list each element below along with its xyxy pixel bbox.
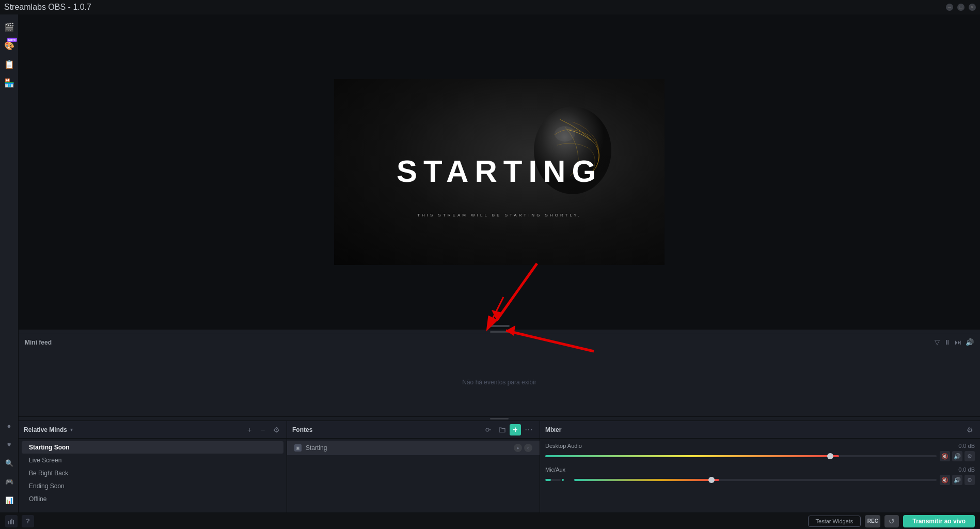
mixer-channel-mic: Mic/Aux 0.0 dB xyxy=(545,466,975,485)
desktop-fader-row: 🔇 🔊 ⚙ xyxy=(545,451,975,461)
sources-header: Fontes + xyxy=(287,421,540,439)
mic-fader-thumb[interactable] xyxy=(708,477,715,483)
source-item-starting[interactable]: ▣ Starting ● ○ xyxy=(287,441,540,455)
feed-volume-button[interactable]: 🔊 xyxy=(966,338,974,346)
scenes-settings-button[interactable]: ⚙ xyxy=(271,425,281,435)
desktop-audio-label: Desktop Audio xyxy=(545,443,582,449)
scene-item-live-screen[interactable]: Live Screen xyxy=(22,454,283,466)
status-left-controls: ? xyxy=(19,515,34,527)
scene-item-starting-soon[interactable]: Starting Soon xyxy=(22,441,283,454)
mic-activity-bar xyxy=(545,479,561,481)
scenes-add-button[interactable]: + xyxy=(244,425,255,435)
mixer-channel-desktop: Desktop Audio 0.0 dB 🔇 🔊 ⚙ xyxy=(545,443,975,461)
shop-icon: 🏪 xyxy=(4,78,14,88)
source-lock-button[interactable]: ○ xyxy=(524,444,532,452)
source-item-icon: ▣ xyxy=(294,444,302,452)
sidebar-item-profile[interactable]: ● xyxy=(1,417,18,434)
handle-line-2 xyxy=(490,418,509,419)
preview-resize-handle[interactable] xyxy=(489,325,510,327)
app-container: 🎬 🎨 Novo 📋 🏪 ● ♥ 🔍 🎮 📊 ? xyxy=(0,14,980,529)
scenes-dropdown-arrow[interactable]: ▾ xyxy=(70,427,73,432)
mini-feed-panel: Mini feed ▽ ⏸ ⏭ 🔊 Não há eventos para ex… xyxy=(19,334,980,416)
desktop-fader-thumb[interactable] xyxy=(827,453,833,459)
mic-fader-fill xyxy=(574,479,719,481)
scenes-header: Relative Minds ▾ + − ⚙ xyxy=(19,421,287,439)
mini-feed-content: Não há eventos para exibir xyxy=(19,348,980,416)
themes-icon: 🎨 xyxy=(4,41,14,51)
desktop-volume-button[interactable]: 🔊 xyxy=(952,451,962,461)
desktop-fader-fill xyxy=(545,455,839,457)
test-widgets-button[interactable]: Testar Widgets xyxy=(808,516,861,527)
search-icon: 🔍 xyxy=(5,459,13,467)
reset-button[interactable]: ↺ xyxy=(884,515,899,527)
go-live-button[interactable]: Transmitir ao vivo xyxy=(903,515,975,527)
desktop-settings-button[interactable]: ⚙ xyxy=(965,451,975,461)
sidebar-item-shop[interactable]: 🏪 xyxy=(1,74,18,91)
mic-fader-track[interactable] xyxy=(574,479,937,481)
sidebar-item-alerts[interactable]: ♥ xyxy=(1,436,18,453)
mini-feed-header: Mini feed ▽ ⏸ ⏭ 🔊 xyxy=(19,334,980,348)
mic-aux-db: 0.0 dB xyxy=(958,466,975,473)
desktop-mute-button[interactable]: 🔇 xyxy=(940,451,950,461)
sources-filter-button[interactable] xyxy=(483,424,494,435)
scenes-icon: 🎬 xyxy=(4,22,14,32)
copy-icon: 📋 xyxy=(4,59,14,69)
preview-starting-text: STARTING xyxy=(397,153,602,189)
brain-decoration xyxy=(516,88,619,212)
help-button[interactable]: ? xyxy=(22,515,34,527)
scene-item-ending-soon[interactable]: Ending Soon xyxy=(22,480,283,492)
sidebar-item-gamepad[interactable]: 🎮 xyxy=(1,473,18,490)
sidebar-item-themes[interactable]: 🎨 Novo xyxy=(1,37,18,54)
preview-subtitle-text: THIS STREAM WILL BE STARTING SHORTLY. xyxy=(417,213,581,217)
alerts-icon: ♥ xyxy=(7,441,11,448)
scenes-remove-button[interactable]: − xyxy=(258,425,268,435)
scenes-title-group: Relative Minds ▾ xyxy=(24,426,73,433)
novo-badge: Novo xyxy=(7,38,17,42)
mini-feed-controls: ▽ ⏸ ⏭ 🔊 xyxy=(935,338,974,346)
feed-filter-button[interactable]: ▽ xyxy=(935,338,940,346)
source-visibility-button[interactable]: ● xyxy=(514,444,522,452)
mic-volume-button[interactable]: 🔊 xyxy=(952,475,962,485)
profile-icon: ● xyxy=(7,422,11,430)
mini-feed-handle[interactable] xyxy=(19,330,980,334)
scenes-title: Relative Minds xyxy=(24,426,67,433)
record-button[interactable]: REC xyxy=(865,515,880,527)
source-item-label: Starting xyxy=(306,444,327,452)
status-right-controls: Testar Widgets REC ↺ Transmitir ao vivo xyxy=(808,515,975,527)
scene-item-offline[interactable]: Offline xyxy=(22,493,283,505)
mic-aux-header: Mic/Aux 0.0 dB xyxy=(545,466,975,473)
mic-settings-button[interactable]: ⚙ xyxy=(965,475,975,485)
mixer-title: Mixer xyxy=(545,426,561,433)
sidebar-item-scenes[interactable]: 🎬 xyxy=(1,19,18,35)
mic-mute-button[interactable]: 🔇 xyxy=(940,475,950,485)
desktop-audio-db: 0.0 dB xyxy=(958,443,975,449)
svg-point-2 xyxy=(486,428,489,431)
stats-icon: 📊 xyxy=(5,496,13,504)
sidebar: 🎬 🎨 Novo 📋 🏪 ● ♥ 🔍 🎮 📊 ? xyxy=(0,14,19,529)
no-events-message: Não há eventos para exibir xyxy=(462,379,536,386)
scenes-actions: + − ⚙ xyxy=(244,425,281,435)
feed-skip-button[interactable]: ⏭ xyxy=(955,338,961,346)
titlebar: Streamlabs OBS - 1.0.7 ─ □ ✕ xyxy=(0,0,980,14)
sources-actions: + ⋯ xyxy=(483,424,534,435)
sidebar-item-stats[interactable]: 📊 xyxy=(1,492,18,508)
sources-add-button[interactable]: + xyxy=(510,424,521,435)
sources-folder-button[interactable] xyxy=(496,424,508,435)
mic-aux-label: Mic/Aux xyxy=(545,466,565,473)
source-visibility-controls: ● ○ xyxy=(514,444,532,452)
feed-pause-button[interactable]: ⏸ xyxy=(944,338,951,346)
maximize-button[interactable]: □ xyxy=(957,4,965,11)
close-button[interactable]: ✕ xyxy=(969,4,976,11)
window-controls: ─ □ ✕ xyxy=(946,4,976,11)
minimize-button[interactable]: ─ xyxy=(946,4,953,11)
sidebar-item-search[interactable]: 🔍 xyxy=(1,455,18,471)
mic-audio-controls: 🔇 🔊 ⚙ xyxy=(940,475,975,485)
bottom-panel-handle[interactable] xyxy=(19,416,980,421)
scene-item-be-right-back[interactable]: Be Right Back xyxy=(22,467,283,479)
desktop-fader-track[interactable] xyxy=(545,455,937,457)
mixer-settings-button[interactable]: ⚙ xyxy=(965,425,975,435)
desktop-audio-header: Desktop Audio 0.0 dB xyxy=(545,443,975,449)
mic-fader-row: 🔇 🔊 ⚙ xyxy=(545,475,975,485)
sidebar-item-copy[interactable]: 📋 xyxy=(1,56,18,72)
sources-more-button[interactable]: ⋯ xyxy=(523,424,534,435)
